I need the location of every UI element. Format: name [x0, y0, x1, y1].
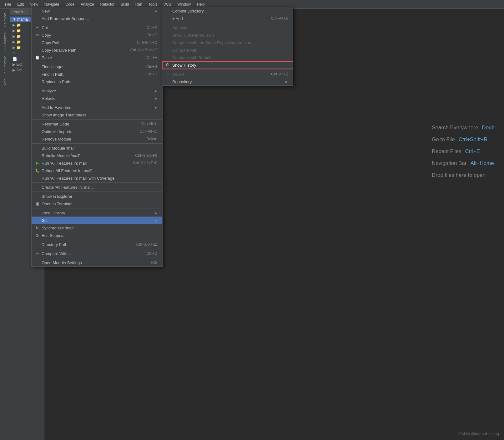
menu-open-terminal[interactable]: ▣ Open in Terminal: [32, 200, 162, 207]
hint-label-recent: Recent Files: [432, 148, 461, 155]
menu-git-label: Git: [42, 218, 47, 223]
hint-label-nav: Navigation Bar: [432, 160, 467, 166]
menu-refactor[interactable]: Refactor ▶: [32, 95, 162, 102]
menu-compare-with[interactable]: ⇔ Compare With... Ctrl+D: [32, 250, 162, 257]
separator-8: [32, 192, 162, 192]
menu-cut[interactable]: ✂ Cut Ctrl+X: [32, 24, 162, 31]
menu-analyze[interactable]: Analyze ▶: [32, 87, 162, 95]
repository-arrow: ▶: [285, 80, 288, 84]
menu-show-explorer[interactable]: Show in Explorer: [32, 192, 162, 200]
menu-copy-relative-path[interactable]: Copy Relative Path Ctrl+Alt+Shift+C: [32, 46, 162, 54]
menu-replace-in-path[interactable]: Replace in Path...: [32, 78, 162, 85]
menu-help[interactable]: Help: [194, 2, 207, 7]
menu-analyze[interactable]: Analyze: [78, 2, 97, 7]
menu-compare-same-repo: Compare with the Same Repository Version: [162, 39, 293, 46]
menu-new[interactable]: New ▶: [32, 7, 162, 15]
menu-find-usages[interactable]: Find Usages Ctrl+G: [32, 63, 162, 70]
menu-local-history-label: Local History: [42, 211, 65, 215]
menu-show-history[interactable]: ⏱ Show History: [162, 61, 293, 69]
menu-compare-branch: Compare with Branch: [162, 54, 293, 61]
menu-git[interactable]: Git ▶: [32, 217, 162, 224]
menu-copy-label: Copy: [42, 33, 51, 38]
menu-paste[interactable]: 📋 Paste Ctrl+V: [32, 54, 162, 61]
menu-navigate[interactable]: Navigate: [42, 2, 62, 7]
menu-local-history[interactable]: Local History ▶: [32, 209, 162, 217]
menu-find-usages-label: Find Usages: [42, 64, 64, 69]
menu-reformat-code[interactable]: Reformat Code Ctrl+Alt+L: [32, 120, 162, 128]
menu-show-thumbnails[interactable]: Show Image Thumbnails: [32, 111, 162, 119]
menu-annotate: Agnotate: [162, 24, 293, 31]
menu-analyze-label: Analyze: [42, 89, 56, 93]
menu-commit-directory-label: Commit Directory...: [172, 9, 207, 13]
remove-shortcut: Delete: [146, 137, 157, 141]
git-arrow: ▶: [155, 219, 157, 222]
hint-key-recent: Ctrl+E: [465, 148, 480, 155]
menu-run[interactable]: Run: [133, 2, 145, 7]
hint-drop-files: Drop files here to open: [432, 172, 495, 178]
menu-directory-path[interactable]: Directory Path Ctrl+Alt+F12: [32, 241, 162, 248]
local-history-arrow: ▶: [155, 211, 157, 215]
menu-copy[interactable]: ⧉ Copy Ctrl+C: [32, 31, 162, 39]
separator-5: [32, 119, 162, 120]
menu-remove-module[interactable]: Remove Module Delete: [32, 135, 162, 143]
menu-tools[interactable]: Tools: [146, 2, 160, 7]
optimize-shortcut: Ctrl+Alt+O: [140, 129, 157, 134]
menu-add[interactable]: + Add Ctrl+Alt+A: [162, 15, 293, 22]
menu-edit-scopes[interactable]: ⊙ Edit Scopes...: [32, 232, 162, 239]
menu-synchronize[interactable]: ↻ Synchronize 'mall': [32, 224, 162, 232]
menu-refactor-label: Refactor: [42, 96, 57, 101]
sidebar-tab-project[interactable]: 1: Project: [3, 11, 8, 29]
sidebar-tab-web[interactable]: Web: [3, 77, 8, 87]
menu-commit-directory[interactable]: Commit Directory...: [162, 7, 293, 15]
menu-remove-label: Remove Module: [42, 137, 71, 141]
hint-search-everywhere: Search Everywhere Doub: [432, 125, 495, 131]
sidebar-tab-structure[interactable]: Z: Structure: [3, 54, 8, 75]
menu-add-framework[interactable]: Add Framework Support...: [32, 15, 162, 22]
hint-key-search: Doub: [482, 125, 495, 131]
menu-add-favorites-label: Add to Favorites: [42, 105, 71, 110]
menu-vcs[interactable]: VCS: [161, 2, 174, 7]
rebuild-shortcut: Ctrl+Shift+F9: [135, 153, 157, 158]
menu-run-coverage[interactable]: Run 'All Features in: mall' with Coverag…: [32, 174, 162, 182]
menu-cut-label: Cut: [42, 25, 48, 30]
menu-optimize-imports[interactable]: Optimize Imports Ctrl+Alt+O: [32, 128, 162, 135]
run-shortcut: Ctrl+Shift+F10: [133, 161, 157, 165]
menu-directory-path-label: Directory Path: [42, 242, 67, 247]
menu-find-in-path[interactable]: Find in Path... Ctrl+H: [32, 70, 162, 78]
menu-copy-path[interactable]: Copy Path Ctrl+Shift+C: [32, 39, 162, 46]
menu-build-module[interactable]: Build Module 'mall': [32, 144, 162, 152]
hint-label-search: Search Everywhere: [432, 125, 478, 131]
menu-module-settings[interactable]: Open Module Settings F12: [32, 259, 162, 266]
menu-revert-label: Revert...: [172, 72, 188, 77]
menu-show-explorer-label: Show in Explorer: [42, 194, 72, 199]
hint-recent-files: Recent Files Ctrl+E: [432, 148, 495, 155]
menu-rebuild-module[interactable]: Rebuild Module 'mall' Ctrl+Shift+F9: [32, 152, 162, 159]
sidebar-tab-favorites[interactable]: 2: Favorites: [3, 31, 8, 52]
menu-window[interactable]: Window: [175, 2, 193, 7]
menu-build-label: Build Module 'mall': [42, 146, 75, 151]
dir-path-shortcut: Ctrl+Alt+F12: [136, 242, 157, 247]
menu-build[interactable]: Build: [118, 2, 132, 7]
revert-shortcut: Ctrl+Alt+Z: [271, 72, 288, 76]
menu-add-to-favorites[interactable]: Add to Favorites ▶: [32, 104, 162, 111]
menu-view[interactable]: View: [28, 2, 41, 7]
menu-show-current-revision: Show Current Revision: [162, 31, 293, 39]
reformat-shortcut: Ctrl+Alt+L: [141, 122, 157, 126]
paste-icon: 📋: [34, 55, 40, 60]
menu-run-features[interactable]: ▶ Run 'All Features in: mall' Ctrl+Shift…: [32, 159, 162, 167]
menu-rebuild-label: Rebuild Module 'mall': [42, 153, 80, 158]
menu-debug-features[interactable]: 🐛 Debug 'All Features in: mall': [32, 167, 162, 174]
menu-create[interactable]: Create 'All Features in: mall'...: [32, 183, 162, 191]
menu-refactor[interactable]: Refactor: [98, 2, 117, 7]
menu-edit[interactable]: Edit: [15, 2, 26, 7]
menu-copy-path-label: Copy Path: [42, 40, 61, 45]
menu-compare-same-repo-label: Compare with the Same Repository Version: [172, 40, 251, 45]
menu-create-label: Create 'All Features in: mall'...: [42, 185, 96, 190]
refactor-arrow: ▶: [155, 97, 157, 100]
debug-icon: 🐛: [34, 168, 40, 173]
menu-repository[interactable]: Repository ▶: [162, 78, 293, 85]
copy-shortcut: Ctrl+C: [147, 33, 157, 37]
menu-file[interactable]: File: [3, 2, 13, 7]
separator-12: [32, 258, 162, 258]
menu-code[interactable]: Code: [63, 2, 77, 7]
